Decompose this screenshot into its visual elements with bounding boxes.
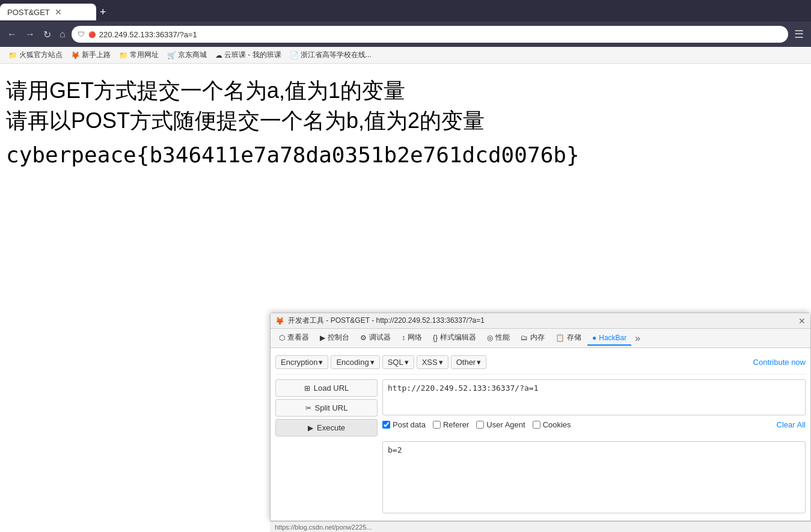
address-bar[interactable]: 🛡 🔴 220.249.52.133:36337/?a=1 <box>72 26 788 43</box>
bookmark-label-4: 云班课 - 我的班课 <box>224 50 281 60</box>
bookmark-icon-3: 🛒 <box>167 51 176 60</box>
bookmark-item-0[interactable]: 📁 火狐官方站点 <box>5 49 66 61</box>
page-content: 请用GET方式提交一个名为a,值为1的变量 请再以POST方式随便提交一个名为b… <box>0 64 811 304</box>
bookmark-icon-4: ☁ <box>215 51 222 60</box>
bookmark-label-0: 火狐官方站点 <box>19 50 63 60</box>
bookmark-item-3[interactable]: 🛒 京东商城 <box>164 49 210 61</box>
bookmark-label-2: 常用网址 <box>130 50 159 60</box>
back-button[interactable]: ← <box>5 26 19 42</box>
browser-tab[interactable]: POST&GET ✕ <box>0 4 96 20</box>
bookmark-icon-5: 📄 <box>290 51 299 60</box>
browser-menu-button[interactable]: ☰ <box>792 25 806 43</box>
tab-close-icon[interactable]: ✕ <box>55 7 62 17</box>
tab-bar: POST&GET ✕ + <box>0 0 811 22</box>
bookmark-label-5: 浙江省高等学校在线... <box>301 50 372 60</box>
bookmark-item-4[interactable]: ☁ 云班课 - 我的班课 <box>212 49 285 61</box>
refresh-button[interactable]: ↻ <box>41 26 54 43</box>
new-tab-button[interactable]: + <box>100 6 106 19</box>
address-url: 220.249.52.133:36337/?a=1 <box>99 30 782 39</box>
site-icon: 🔴 <box>88 31 96 38</box>
page-line-2: 请再以POST方式随便提交一个名为b,值为2的变量 <box>6 106 805 136</box>
bookmarks-bar: 📁 火狐官方站点 🦊 新手上路 📁 常用网址 🛒 京东商城 ☁ 云班课 - 我的… <box>0 47 811 64</box>
browser-chrome: POST&GET ✕ + ← → ↻ ⌂ 🛡 🔴 220.249.52.133:… <box>0 0 811 64</box>
bookmark-item-2[interactable]: 📁 常用网址 <box>115 49 162 61</box>
bookmark-icon-0: 📁 <box>8 51 17 60</box>
forward-button[interactable]: → <box>23 26 37 42</box>
shield-icon: 🛡 <box>78 30 85 38</box>
bookmark-icon-2: 📁 <box>119 51 128 60</box>
bookmark-label-3: 京东商城 <box>178 50 207 60</box>
nav-bar: ← → ↻ ⌂ 🛡 🔴 220.249.52.133:36337/?a=1 ☰ <box>0 22 811 47</box>
page-line-1: 请用GET方式提交一个名为a,值为1的变量 <box>6 76 805 106</box>
page-flag: cyberpeace{b346411e7a78da0351b2e761dcd00… <box>6 142 805 167</box>
bookmark-label-1: 新手上路 <box>82 50 111 60</box>
tab-title: POST&GET <box>7 8 50 17</box>
bookmark-item-1[interactable]: 🦊 新手上路 <box>67 49 114 61</box>
bookmark-item-5[interactable]: 📄 浙江省高等学校在线... <box>286 49 375 61</box>
home-button[interactable]: ⌂ <box>57 26 68 42</box>
bookmark-icon-1: 🦊 <box>71 51 80 60</box>
